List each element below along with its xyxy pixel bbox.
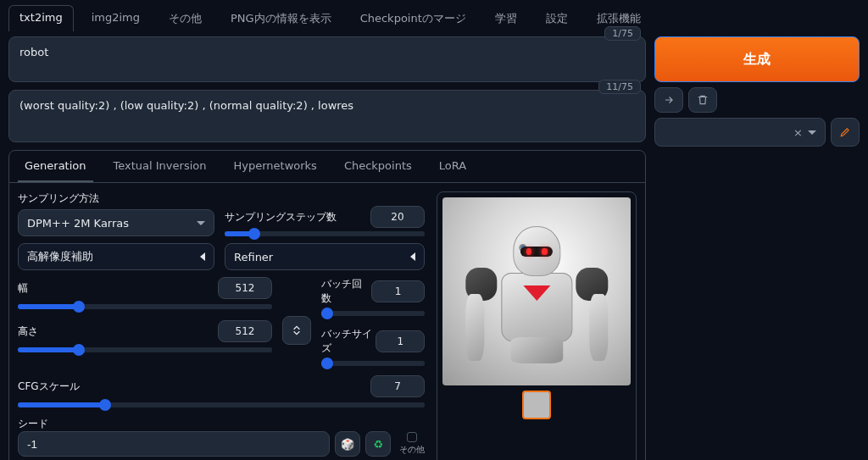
steps-label: サンプリングステップ数 bbox=[225, 210, 337, 224]
seed-extra-label: その他 bbox=[399, 444, 425, 456]
refiner-accordion[interactable]: Refiner bbox=[225, 243, 425, 270]
tab-img2img[interactable]: img2img bbox=[81, 5, 151, 31]
seed-input[interactable] bbox=[18, 431, 330, 457]
preview-panel: ⬇ ⛶ bbox=[437, 191, 637, 460]
prompt-input[interactable] bbox=[8, 36, 646, 82]
height-slider[interactable] bbox=[18, 347, 272, 352]
prompt-counter: 1/75 bbox=[604, 26, 641, 41]
batch-size-slider[interactable] bbox=[321, 361, 425, 366]
subtab-ti[interactable]: Textual Inversion bbox=[107, 151, 214, 182]
neg-prompt-input[interactable] bbox=[8, 90, 646, 142]
hires-accordion[interactable]: 高解像度補助 bbox=[18, 243, 214, 270]
batch-size-label: バッチサイズ bbox=[321, 327, 376, 356]
cfg-slider[interactable] bbox=[18, 402, 425, 407]
styles-clear: × bbox=[793, 126, 803, 139]
brush-icon bbox=[839, 126, 851, 138]
tab-extras[interactable]: その他 bbox=[158, 5, 213, 31]
triangle-left-icon bbox=[200, 252, 205, 261]
cfg-value[interactable]: 7 bbox=[370, 375, 425, 397]
tab-train[interactable]: 学習 bbox=[484, 5, 528, 31]
hires-label: 高解像度補助 bbox=[27, 249, 93, 264]
batch-count-label: バッチ回数 bbox=[321, 277, 371, 306]
steps-slider[interactable] bbox=[225, 231, 425, 236]
seed-random-button[interactable]: 🎲 bbox=[335, 431, 360, 457]
width-slider[interactable] bbox=[18, 304, 272, 309]
subtab-hypernet[interactable]: Hypernetworks bbox=[226, 151, 323, 182]
neg-prompt-counter: 11/75 bbox=[598, 80, 641, 94]
subtab-lora[interactable]: LoRA bbox=[432, 151, 473, 182]
checkbox-icon bbox=[407, 432, 417, 442]
subtab-generation[interactable]: Generation bbox=[18, 151, 93, 182]
sampler-value: DPM++ 2M Karras bbox=[27, 217, 129, 230]
refiner-label: Refiner bbox=[234, 251, 273, 263]
steps-value[interactable]: 20 bbox=[370, 206, 425, 228]
subtab-checkpoints[interactable]: Checkpoints bbox=[337, 151, 419, 182]
top-tabs: txt2img img2img その他 PNG内の情報を表示 Checkpoin… bbox=[0, 0, 868, 31]
chevron-down-icon bbox=[808, 130, 816, 135]
tab-settings[interactable]: 設定 bbox=[535, 5, 579, 31]
height-label: 高さ bbox=[18, 324, 38, 339]
seed-extra[interactable]: その他 bbox=[399, 432, 425, 456]
dice-icon: 🎲 bbox=[341, 438, 354, 451]
tab-pnginfo[interactable]: PNG内の情報を表示 bbox=[220, 5, 342, 31]
sampler-select[interactable]: DPM++ 2M Karras bbox=[18, 209, 214, 236]
batch-size-value[interactable]: 1 bbox=[376, 330, 425, 352]
cfg-label: CFGスケール bbox=[18, 380, 80, 394]
output-thumbnail[interactable] bbox=[522, 391, 551, 419]
height-value[interactable]: 512 bbox=[218, 320, 272, 342]
seed-label: シード bbox=[18, 418, 48, 430]
seed-reuse-button[interactable]: ♻ bbox=[365, 431, 391, 457]
clear-button[interactable] bbox=[688, 87, 717, 113]
output-image[interactable] bbox=[442, 197, 631, 385]
width-value[interactable]: 512 bbox=[218, 277, 272, 299]
sampler-label: サンプリング方法 bbox=[18, 191, 214, 206]
triangle-left-icon bbox=[410, 252, 415, 261]
robot-illustration bbox=[470, 218, 602, 383]
tab-txt2img[interactable]: txt2img bbox=[8, 5, 74, 31]
chevron-down-icon bbox=[197, 221, 205, 225]
styles-edit-button[interactable] bbox=[831, 118, 860, 147]
batch-count-value[interactable]: 1 bbox=[371, 280, 425, 302]
generate-button[interactable]: 生成 bbox=[654, 36, 860, 82]
styles-select[interactable]: × bbox=[654, 118, 826, 147]
swap-icon bbox=[290, 324, 303, 337]
interrogate-button[interactable] bbox=[654, 87, 683, 113]
tab-merge[interactable]: Checkpointのマージ bbox=[349, 5, 477, 31]
trash-icon bbox=[697, 94, 709, 106]
batch-count-slider[interactable] bbox=[321, 311, 425, 316]
swap-dimensions-button[interactable] bbox=[282, 316, 311, 345]
sub-tabs: Generation Textual Inversion Hypernetwor… bbox=[9, 151, 645, 183]
recycle-icon: ♻ bbox=[373, 438, 383, 451]
width-label: 幅 bbox=[18, 281, 28, 296]
arrow-icon bbox=[663, 94, 675, 106]
generation-panel: Generation Textual Inversion Hypernetwor… bbox=[8, 150, 646, 460]
